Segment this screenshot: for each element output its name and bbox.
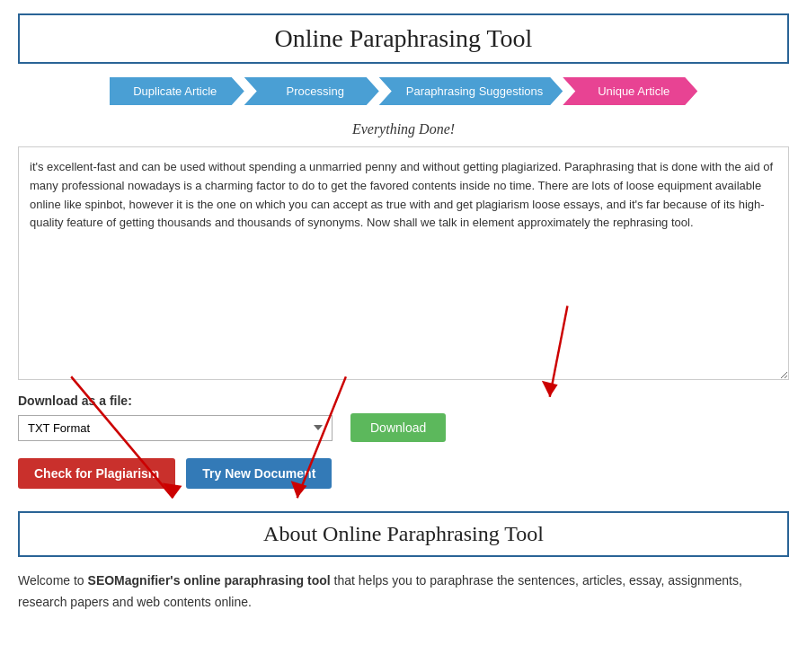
progress-steps: Duplicate Article Processing Paraphrasin… — [18, 77, 789, 105]
format-select[interactable]: TXT Format DOC Format PDF Format — [18, 415, 333, 441]
download-section: Download as a file: TXT Format DOC Forma… — [18, 393, 789, 442]
download-button[interactable]: Download — [350, 413, 446, 442]
step-paraphrasing-suggestions: Paraphrasing Suggestions — [379, 77, 563, 105]
action-buttons: Check for Plagiarism Try New Document — [18, 458, 789, 489]
step-duplicate-article: Duplicate Article — [110, 77, 244, 105]
download-row: TXT Format DOC Format PDF Format Downloa… — [18, 413, 789, 442]
download-label: Download as a file: — [18, 393, 789, 408]
red-arrows-decoration — [18, 367, 789, 528]
status-text: Everything Done! — [18, 121, 789, 137]
step-processing: Processing — [244, 77, 379, 105]
try-new-document-button[interactable]: Try New Document — [186, 458, 332, 489]
step-unique-article: Unique Article — [563, 77, 697, 105]
about-text: Welcome to SEOMagnifier's online paraphr… — [18, 570, 789, 614]
paraphrased-content[interactable]: it's excellent-fast and can be used with… — [18, 146, 789, 380]
page-title-box: Online Paraphrasing Tool — [18, 13, 789, 64]
about-title: About Online Paraphrasing Tool — [38, 522, 769, 546]
about-title-box: About Online Paraphrasing Tool — [18, 511, 789, 557]
download-arrows-section: Download as a file: TXT Format DOC Forma… — [18, 393, 789, 489]
page-title: Online Paraphrasing Tool — [38, 24, 769, 53]
brand-name: SEOMagnifier's online paraphrasing tool — [88, 573, 331, 588]
check-plagiarism-button[interactable]: Check for Plagiarism — [18, 458, 175, 489]
